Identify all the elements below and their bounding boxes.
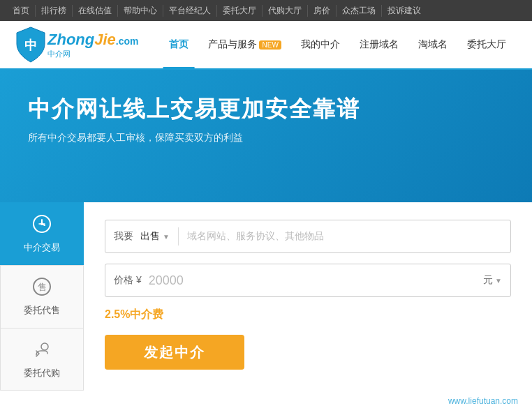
category-placeholder: 域名网站、服务协议、其他物品 (187, 230, 324, 243)
main-nav: 中 ZhongJie.com 中介网 首页 产品与服务 NEW 我的中介 注册域… (0, 21, 532, 70)
top-nav-help[interactable]: 帮助中心 (118, 5, 163, 17)
tab-zhongjie[interactable]: 中介交易 (0, 202, 84, 265)
top-nav-valuation[interactable]: 在线估值 (73, 5, 118, 17)
main-nav-links: 首页 产品与服务 NEW 我的中介 注册域名 淘域名 委托大厅 (159, 20, 518, 69)
hero-title: 中介网让线上交易更加安全靠谱 (28, 94, 504, 125)
tab-daigou-label: 委托代购 (24, 367, 60, 379)
top-nav-entrust-hall[interactable]: 委托大厅 (217, 5, 263, 17)
transaction-panel: 中介交易 售 委托代售 委托代购 我要 (0, 202, 532, 391)
price-input[interactable] (149, 273, 478, 288)
right-form: 我要 出售 ▼ 域名网站、服务协议、其他物品 价格 ¥ 元 ▼ 2.5%中介费 … (84, 202, 532, 391)
form-row-type: 我要 出售 ▼ 域名网站、服务协议、其他物品 (105, 220, 511, 253)
sell-option: 出售 (140, 230, 160, 243)
sell-select[interactable]: 出售 ▼ (140, 230, 170, 243)
nav-link-entrust[interactable]: 委托大厅 (457, 20, 516, 69)
submit-button[interactable]: 发起中介 (105, 335, 244, 370)
top-nav-purchase-hall[interactable]: 代购大厅 (263, 5, 308, 17)
tab-weituo[interactable]: 售 委托代售 (0, 265, 84, 328)
weituo-icon: 售 (32, 277, 52, 301)
top-nav-rank[interactable]: 排行榜 (36, 5, 73, 17)
zhongjie-icon (32, 214, 52, 238)
form-row-price: 价格 ¥ 元 ▼ (105, 264, 511, 297)
top-nav-workshop[interactable]: 众杰工场 (337, 5, 382, 17)
tab-zhongjie-label: 中介交易 (24, 241, 60, 254)
tab-weituo-label: 委托代售 (24, 304, 60, 317)
top-nav-bar: 首页 排行榜 在线估值 帮助中心 平台经纪人 委托大厅 代购大厅 房价 众杰工场… (0, 0, 532, 21)
nav-link-domain[interactable]: 注册域名 (350, 20, 408, 69)
top-nav-complaint[interactable]: 投诉建议 (382, 5, 427, 17)
nav-link-home[interactable]: 首页 (159, 20, 198, 69)
top-nav-house[interactable]: 房价 (308, 5, 337, 17)
nav-badge-new: NEW (259, 40, 281, 50)
hero-subtitle: 所有中介交易都要人工审核，保障买卖双方的利益 (28, 132, 504, 144)
daigou-icon (32, 340, 52, 363)
nav-link-products[interactable]: 产品与服务 NEW (198, 20, 290, 69)
nav-link-taodomain[interactable]: 淘域名 (408, 20, 457, 69)
svg-text:售: 售 (38, 282, 47, 292)
svg-text:中: 中 (24, 38, 37, 52)
top-nav-broker[interactable]: 平台经纪人 (163, 5, 217, 17)
nav-link-myagent[interactable]: 我的中介 (291, 20, 350, 69)
price-label: 价格 ¥ (114, 274, 142, 287)
svg-point-5 (41, 343, 48, 350)
sell-select-arrow: ▼ (163, 233, 170, 241)
logo[interactable]: 中 ZhongJie.com 中介网 (14, 26, 138, 63)
logo-text: ZhongJie.com 中介网 (47, 31, 138, 59)
left-tabs: 中介交易 售 委托代售 委托代购 (0, 202, 84, 391)
fee-text: 2.5%中介费 (105, 308, 511, 322)
tab-daigou[interactable]: 委托代购 (0, 328, 84, 391)
want-label: 我要 (114, 230, 133, 243)
top-nav-home[interactable]: 首页 (7, 5, 36, 17)
svg-point-2 (40, 222, 43, 225)
price-unit: 元 ▼ (483, 274, 502, 287)
form-divider (178, 227, 179, 245)
logo-shield-icon: 中 (14, 26, 47, 63)
watermark: www.liefutuan.com (448, 396, 518, 406)
hero-section: 中介网让线上交易更加安全靠谱 所有中介交易都要人工审核，保障买卖双方的利益 (0, 70, 532, 209)
